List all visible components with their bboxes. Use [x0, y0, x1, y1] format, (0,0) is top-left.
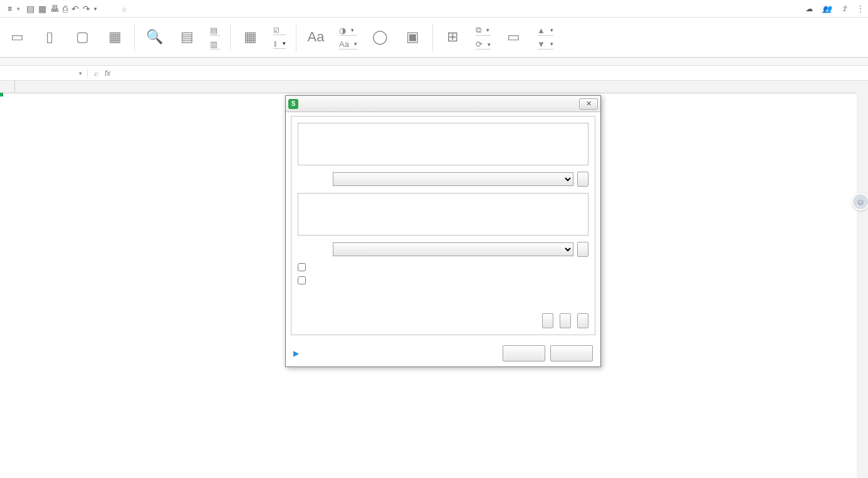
custom-header-button[interactable] — [577, 172, 588, 187]
options-button[interactable] — [542, 313, 553, 328]
chevron-down-icon: ▾ — [486, 27, 489, 33]
print-icon[interactable]: ⎙ — [63, 4, 68, 14]
save-icon[interactable]: 🖶 — [50, 4, 59, 14]
effects-button[interactable]: ◯ — [367, 29, 394, 46]
insertbreak-icon: ⫿ — [273, 39, 278, 48]
more-icon[interactable]: ⋮ — [857, 4, 864, 13]
print-scale-button[interactable]: ▤ — [174, 29, 200, 46]
chevron-down-icon: ▾ — [17, 6, 20, 12]
print-preview-button[interactable]: 🔍 — [141, 29, 167, 46]
margins-button[interactable]: ▭ — [4, 29, 30, 46]
custom-footer-button[interactable] — [577, 242, 588, 257]
font-icon: Aa — [339, 39, 349, 49]
chevron-down-icon[interactable]: ▾ — [94, 6, 97, 12]
theme-details: ◑▾ Aa▾ — [335, 26, 361, 49]
menubar: ≡ ▾ ▤ ▦ 🖶 ⎙ ↶ ↷ ▾ ⌕ ☁ 👥 ⇪ ⋮ — [0, 0, 868, 18]
formula-controls: ⌕ fx — [88, 69, 117, 78]
close-button[interactable]: ✕ — [579, 98, 598, 110]
first-page-checkbox[interactable] — [298, 276, 588, 284]
ribbon: ▭ ▯ ▢ ▦ 🔍 ▤ ▤ ▥ ▦ ☑ ⫿▾ Aa ◑▾ Aa▾ ◯ ▣ ⊞ ⧉… — [0, 18, 868, 58]
size-button[interactable]: ▢ — [69, 29, 95, 46]
cell-reference-input[interactable] — [5, 69, 61, 78]
colors-button[interactable]: ◑▾ — [339, 26, 357, 36]
cancel-button[interactable] — [550, 345, 593, 361]
separator — [432, 24, 433, 51]
backward-icon: ▼ — [537, 39, 545, 49]
insert-break-button[interactable]: ⫿▾ — [273, 39, 286, 49]
headerfooter-icon: ▥ — [210, 39, 217, 49]
scale-icon: ▤ — [180, 29, 194, 45]
themes-button[interactable]: Aa — [303, 29, 329, 46]
papersize-icon: ▢ — [76, 29, 89, 45]
share-button[interactable]: ⇪ — [841, 4, 849, 13]
dialog-footer: ▶ — [286, 340, 600, 366]
header-select[interactable] — [333, 172, 573, 186]
footer-select[interactable] — [333, 242, 573, 256]
odd-even-checkbox[interactable] — [298, 263, 588, 271]
dialog-titlebar[interactable]: S ✕ — [286, 96, 600, 112]
dialog-action-row — [298, 313, 588, 328]
print-titles-group: ▤ ▥ — [206, 26, 224, 49]
formula-bar: ▾ ⌕ fx — [0, 66, 868, 81]
vertical-scrollbar[interactable] — [857, 81, 868, 478]
titles-icon: ▤ — [210, 26, 217, 35]
select-all-corner[interactable] — [0, 81, 15, 93]
name-box[interactable]: ▾ — [0, 69, 88, 78]
quick-access-toolbar: ▤ ▦ 🖶 ⎙ ↶ ↷ ▾ — [26, 4, 97, 14]
fonts-button[interactable]: Aa▾ — [339, 39, 357, 49]
print-button[interactable] — [560, 313, 571, 328]
close-icon: ✕ — [586, 100, 592, 108]
group-icon: ⧉ — [476, 25, 481, 35]
undo-icon[interactable]: ↶ — [71, 4, 79, 14]
ok-button[interactable] — [503, 345, 545, 361]
open-icon[interactable]: ▦ — [38, 4, 46, 14]
theme-icon: Aa — [308, 29, 325, 45]
align-button[interactable]: ⊞ — [439, 29, 466, 46]
send-backward-button[interactable]: ▼▾ — [537, 39, 553, 49]
header-preview — [298, 123, 588, 165]
forward-icon: ▲ — [537, 26, 545, 35]
chevron-down-icon: ▾ — [351, 27, 354, 33]
tips-link[interactable]: ▶ — [293, 349, 301, 358]
pagebreak-preview-button[interactable]: ▦ — [237, 29, 263, 46]
page-setup-dialog: S ✕ ▶ — [285, 95, 601, 367]
command-search[interactable]: ⌕ — [122, 4, 129, 13]
show-breaks-check[interactable]: ☑ — [273, 26, 286, 35]
dialog-body — [291, 116, 595, 335]
sync-status[interactable]: ☁ — [805, 4, 815, 13]
redo-icon[interactable]: ↷ — [83, 4, 90, 14]
chevron-down-icon[interactable]: ▾ — [79, 70, 82, 76]
print-area-button[interactable]: ▦ — [102, 29, 128, 46]
rotate-button[interactable]: ⟳▾ — [476, 39, 491, 49]
orientation-button[interactable]: ▯ — [36, 29, 63, 46]
new-icon[interactable]: ▤ — [26, 4, 34, 14]
file-menu-button[interactable]: ≡ ▾ — [4, 3, 24, 14]
select-pane-button[interactable]: ▭ — [501, 29, 527, 46]
column-headers — [0, 81, 868, 93]
header-footer-button[interactable]: ▥ — [210, 39, 220, 49]
align-icon: ⊞ — [447, 29, 458, 45]
cloud-icon: ☁ — [805, 4, 813, 13]
palette-icon: ◑ — [339, 26, 346, 35]
chevron-down-icon: ▾ — [488, 41, 491, 48]
fx-icon[interactable]: fx — [105, 69, 110, 78]
print-titles-button[interactable]: ▤ — [210, 26, 220, 36]
bg-image-button[interactable]: ▣ — [400, 29, 426, 46]
footer-preview — [298, 193, 588, 236]
coop-button[interactable]: 👥 — [822, 4, 834, 13]
tab-strip — [0, 58, 868, 66]
separator — [296, 24, 296, 51]
assistant-avatar[interactable]: ☺ — [852, 193, 868, 210]
separator — [134, 24, 135, 51]
chevron-down-icon: ▾ — [550, 41, 553, 47]
chevron-down-icon: ▾ — [354, 41, 357, 47]
rotate-icon: ⟳ — [476, 39, 483, 49]
margins-icon: ▭ — [11, 29, 24, 45]
search-icon[interactable]: ⌕ — [94, 69, 98, 78]
separator — [230, 24, 231, 51]
bring-forward-button[interactable]: ▲▾ — [537, 26, 553, 36]
check-icon: ☑ — [273, 26, 280, 34]
group-button[interactable]: ⧉▾ — [476, 25, 491, 36]
print-preview-button[interactable] — [577, 313, 588, 328]
printarea-icon: ▦ — [108, 29, 122, 45]
